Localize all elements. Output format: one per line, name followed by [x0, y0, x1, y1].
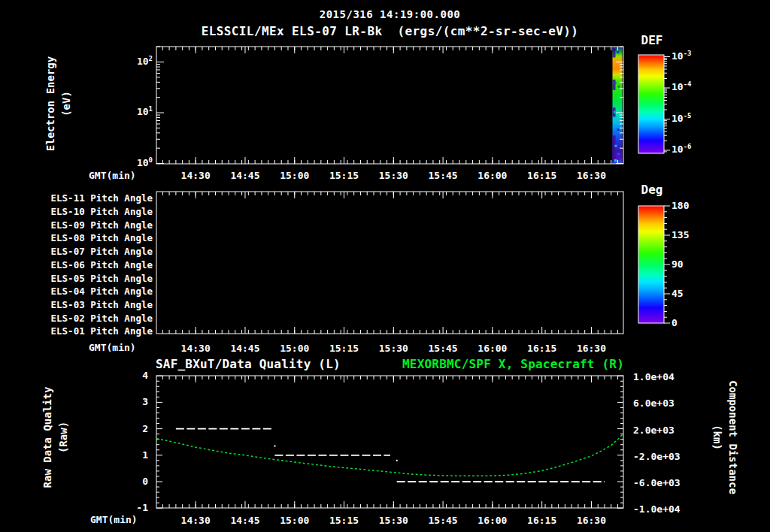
x-tick-label: 16:30	[572, 343, 610, 355]
energy-y-tick-label: 102	[119, 56, 153, 68]
quality-y-tick-label: 1	[113, 449, 148, 461]
pitch-row-label: ELS-09 Pitch Angle	[45, 219, 153, 231]
x-tick-label: 14:45	[226, 343, 264, 355]
pitch-row-label: ELS-08 Pitch Angle	[45, 232, 153, 244]
x-tick-label: 16:00	[474, 515, 511, 527]
x-tick-label: 15:15	[326, 170, 363, 182]
energy-axis-title: Electron Energy(eV)	[43, 56, 74, 151]
pitch-row-label: ELS-02 Pitch Angle	[45, 313, 153, 325]
gmt-axis-label-top: GMT(min)	[89, 170, 141, 182]
x-tick-label: 16:30	[572, 515, 610, 527]
x-tick-label: 16:00	[474, 170, 511, 182]
spectrogram-burst-speck-band	[613, 47, 616, 58]
deg-colorbar-title: Deg	[638, 184, 665, 196]
colorbar-tick-label: 90	[671, 258, 684, 271]
gmt-axis-label-bottom: GMT(min)	[90, 514, 143, 526]
spectrogram-burst-speck	[617, 51, 619, 53]
x-tick-label: 16:15	[523, 515, 561, 527]
x-tick-label: 14:45	[226, 170, 264, 182]
x-tick-label: 15:15	[326, 515, 363, 527]
energy-y-tick-label: 101	[119, 106, 153, 118]
x-tick-label: 15:00	[276, 515, 314, 527]
spectrogram-burst-speck-band	[613, 80, 616, 90]
quality-y-tick-label: 3	[113, 396, 148, 408]
energy-y-tick-label: 100	[119, 157, 153, 169]
quality-stray-point	[274, 445, 275, 446]
pitch-row-label: ELS-10 Pitch Angle	[45, 206, 153, 218]
pitch-row-label: ELS-03 Pitch Angle	[45, 299, 153, 311]
x-tick-label: 15:30	[374, 515, 412, 527]
pitch-row-label: ELS-01 Pitch Angle	[45, 325, 153, 337]
pitch-row-label: ELS-05 Pitch Angle	[45, 273, 153, 285]
pitch-row-label: ELS-06 Pitch Angle	[45, 259, 153, 271]
spectrogram-burst-speck	[618, 86, 620, 88]
plot-subtitle: ELSSCIL/MEx ELS-07 LR-Bk (ergs/(cm**2-sr…	[153, 26, 627, 38]
quality-axis-title: Raw Data Quality(Raw)	[40, 387, 71, 488]
x-tick-label: 14:30	[177, 343, 214, 355]
x-tick-label: 14:30	[177, 515, 214, 527]
gmt-axis-label-middle: GMT(min)	[89, 342, 141, 354]
distance-y-tick-label: 6.0e+03	[633, 397, 675, 410]
quality-axis-title-line2: (Raw)	[56, 387, 71, 488]
x-tick-label: 15:45	[424, 343, 462, 355]
x-tick-label: 16:30	[572, 170, 610, 182]
spectrogram-plot-page: 2015/316 14:19:00.000 ELSSCIL/MEx ELS-07…	[0, 0, 770, 532]
pitch-row-label: ELS-04 Pitch Angle	[45, 286, 153, 298]
quality-y-tick-label: 0	[113, 476, 148, 488]
spectrogram-burst-speck	[614, 159, 617, 162]
quality-stray-point	[396, 460, 398, 461]
colorbar-tick-label: 10-3	[671, 50, 692, 62]
spectrogram-burst-speck	[617, 128, 620, 131]
distance-y-tick-label: -2.0e+03	[633, 451, 681, 463]
pitch-row-label: ELS-07 Pitch Angle	[45, 246, 153, 258]
spectrogram-burst-speck	[614, 111, 616, 113]
x-tick-label: 15:15	[326, 343, 363, 355]
distance-axis-title-line1: Component Distance	[725, 380, 741, 494]
x-tick-label: 14:45	[226, 515, 264, 527]
x-tick-label: 15:30	[374, 343, 412, 355]
x-tick-label: 14:30	[177, 170, 214, 182]
quality-y-tick-label: 2	[113, 423, 148, 435]
quality-y-tick-label: 4	[113, 370, 148, 382]
x-tick-label: 15:00	[276, 170, 314, 182]
x-tick-label: 16:00	[474, 343, 511, 355]
colorbar	[638, 206, 664, 323]
x-tick-label: 15:45	[424, 515, 462, 527]
x-tick-label: 16:15	[523, 170, 561, 182]
colorbar-tick-label: 45	[671, 288, 684, 300]
distance-axis-title-line2: (km)	[709, 380, 725, 494]
colorbar-tick-label: 180	[671, 200, 689, 212]
colorbar-tick-label: 10-6	[671, 144, 692, 156]
distance-y-tick-label: 1.0e+04	[633, 371, 675, 383]
x-tick-label: 16:15	[523, 343, 561, 355]
quality-y-tick-label: -1	[113, 502, 148, 514]
energy-axis-title-line1: Electron Energy	[43, 56, 59, 151]
panel-border-2	[156, 376, 623, 508]
spectrogram-burst-speck-band	[613, 135, 616, 162]
colorbar-tick-label: 10-4	[671, 81, 692, 93]
distance-axis-title: Component Distance(km)	[709, 380, 741, 494]
plot-title: 2015/316 14:19:00.000	[156, 8, 623, 20]
spectrogram-burst-speck	[614, 82, 617, 84]
energy-axis-title-line2: (eV)	[59, 56, 74, 151]
spectrogram-burst-speck	[615, 145, 617, 147]
def-colorbar-title: DEF	[638, 35, 665, 47]
spectrogram-burst-speck	[614, 49, 616, 51]
colorbar-tick-label: 10-5	[671, 113, 692, 125]
distance-y-tick-label: -1.0e+04	[633, 503, 681, 515]
quality-axis-title-line1: Raw Data Quality	[40, 387, 56, 488]
colorbar	[638, 55, 664, 153]
spectrogram-burst-speck	[617, 153, 620, 156]
distance-y-tick-label: 2.0e+03	[633, 425, 675, 437]
quality-panel-title-right: MEXORBMC/SPF X, Spacecraft (R)	[156, 358, 624, 370]
x-tick-label: 15:30	[374, 170, 412, 182]
panel-border-1	[156, 192, 623, 334]
colorbar-tick-label: 135	[671, 229, 689, 241]
x-tick-label: 15:45	[424, 170, 462, 182]
colorbar-tick-label: 0	[671, 317, 678, 329]
x-tick-label: 15:00	[276, 343, 314, 355]
pitch-row-label: ELS-11 Pitch Angle	[45, 192, 153, 204]
panel-border-0	[156, 47, 623, 164]
distance-y-tick-label: -6.0e+03	[633, 477, 681, 489]
